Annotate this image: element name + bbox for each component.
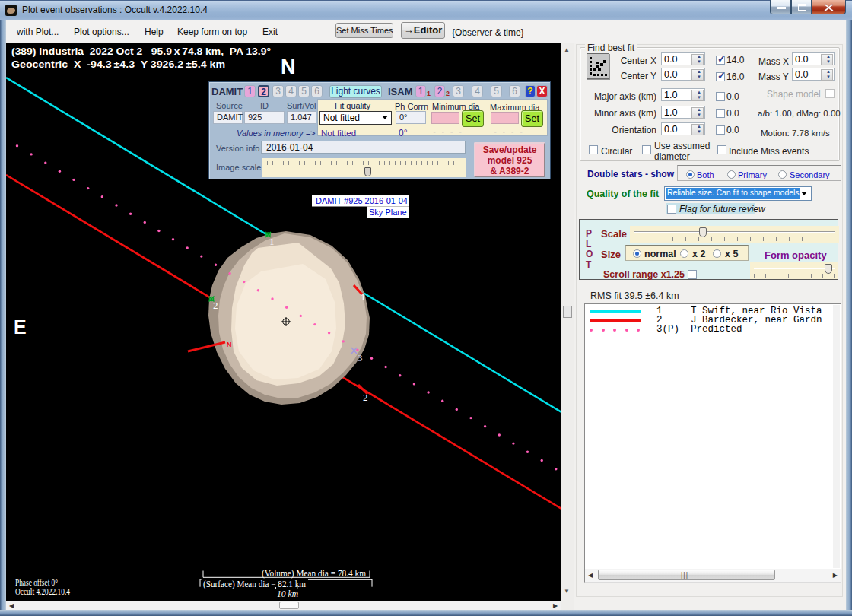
svg-text:(Surface) Mean dia = 82.1 km: (Surface) Mean dia = 82.1 km xyxy=(203,579,306,589)
svg-text:DAMIT #925 2016-01-04: DAMIT #925 2016-01-04 xyxy=(316,196,408,205)
svg-text:(389) Industria 2022 Oct 2: (389) Industria 2022 Oct 2 95.9 x 74.8 k… xyxy=(11,46,271,57)
svg-text:N: N xyxy=(227,341,232,348)
svg-text:Occult 4.2022.10.4: Occult 4.2022.10.4 xyxy=(15,586,70,597)
svg-text:3: 3 xyxy=(358,352,363,364)
svg-text:Geocentric X -94.3 ±4.3 Y 3: Geocentric X -94.3 ±4.3 Y 3926.2 ±5.4 km xyxy=(11,59,225,70)
svg-text:10 km: 10 km xyxy=(277,589,298,599)
svg-text:N: N xyxy=(281,56,296,78)
svg-text:Sky Plane: Sky Plane xyxy=(369,208,407,217)
svg-text:2: 2 xyxy=(363,392,368,403)
svg-text:1: 1 xyxy=(269,236,275,247)
svg-text:2: 2 xyxy=(213,300,218,311)
svg-text:E: E xyxy=(14,316,27,338)
svg-text:1: 1 xyxy=(361,291,366,303)
